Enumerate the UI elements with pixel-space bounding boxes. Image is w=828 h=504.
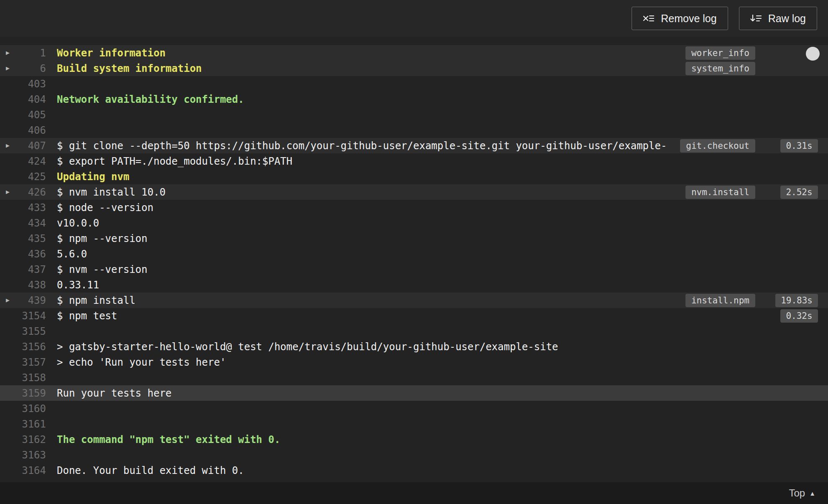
fold-toggle-icon[interactable]: ▶: [0, 138, 18, 153]
line-number[interactable]: 6: [18, 63, 46, 74]
log-line: ▶426$ nvm install 10.0nvm.install2.52s: [0, 184, 828, 200]
log-line: 403: [0, 76, 828, 92]
line-number[interactable]: 433: [18, 202, 46, 214]
line-number[interactable]: 1: [18, 47, 46, 59]
log-line: 4380.33.11: [0, 277, 828, 293]
log-line: 406: [0, 122, 828, 138]
log-line: 435$ npm --version: [0, 231, 828, 246]
line-number[interactable]: 425: [18, 171, 46, 183]
log-line: 434v10.0.0: [0, 215, 828, 231]
remove-log-icon: [643, 13, 655, 23]
line-number[interactable]: 435: [18, 233, 46, 244]
duration-badge: 0.31s: [780, 139, 818, 153]
line-text: Done. Your build exited with 0.: [57, 465, 818, 476]
duration-badge: 2.52s: [780, 186, 818, 199]
line-number[interactable]: 404: [18, 94, 46, 105]
log-line: 3158: [0, 370, 828, 385]
log-line: 3161: [0, 416, 828, 432]
line-text: $ npm install: [57, 295, 685, 306]
duration-col: 19.83s: [759, 294, 818, 307]
log-lines: ▶1Worker informationworker_info▶6Build s…: [0, 45, 828, 478]
log-line: 3155: [0, 323, 828, 339]
line-text: $ npm --version: [57, 233, 818, 244]
line-text: $ node --version: [57, 202, 818, 214]
line-text: Build system information: [57, 63, 685, 74]
raw-log-icon: [750, 13, 762, 23]
line-text: $ npm test: [57, 310, 755, 322]
scroll-indicator[interactable]: [806, 47, 820, 61]
line-number[interactable]: 3156: [18, 341, 46, 353]
log-line: 3159Run your tests here: [0, 385, 828, 401]
line-text: Network availability confirmed.: [57, 94, 818, 105]
fold-name-badge: nvm.install: [685, 186, 755, 199]
line-number[interactable]: 3155: [18, 326, 46, 337]
log-line: 433$ node --version: [0, 200, 828, 215]
line-number[interactable]: 426: [18, 186, 46, 198]
line-text: Run your tests here: [57, 387, 818, 399]
line-number[interactable]: 3161: [18, 418, 46, 430]
log-line: ▶439$ npm installinstall.npm19.83s: [0, 293, 828, 308]
line-number[interactable]: 406: [18, 125, 46, 136]
fold-toggle-icon[interactable]: ▶: [0, 61, 18, 76]
log-line: 424$ export PATH=./node_modules/.bin:$PA…: [0, 153, 828, 169]
log-line: ▶6Build system informationsystem_info: [0, 61, 828, 76]
log-line: 3154$ npm test0.32s: [0, 308, 828, 323]
fold-name-badge: git.checkout: [680, 139, 755, 153]
scroll-to-top-link[interactable]: Top ▲: [789, 487, 815, 499]
log-footer: Top ▲: [0, 482, 828, 504]
fold-toggle-icon[interactable]: ▶: [0, 45, 18, 61]
raw-log-button[interactable]: Raw log: [739, 7, 817, 30]
line-number[interactable]: 405: [18, 109, 46, 121]
line-text: The command "npm test" exited with 0.: [57, 434, 818, 445]
fold-toggle-icon[interactable]: ▶: [0, 184, 18, 200]
line-text: $ git clone --depth=50 https://github.co…: [57, 140, 680, 152]
log-line: 3162The command "npm test" exited with 0…: [0, 432, 828, 447]
line-text: 5.6.0: [57, 248, 818, 260]
log-line: 425Updating nvm: [0, 169, 828, 184]
line-number[interactable]: 403: [18, 78, 46, 90]
log-line: 3164Done. Your build exited with 0.: [0, 463, 828, 478]
line-text: 0.33.11: [57, 279, 818, 291]
line-text: Updating nvm: [57, 171, 818, 183]
log-line: ▶1Worker informationworker_info: [0, 45, 828, 61]
line-number[interactable]: 436: [18, 248, 46, 260]
line-number[interactable]: 3162: [18, 434, 46, 445]
duration-badge: 19.83s: [775, 294, 818, 307]
remove-log-label: Remove log: [661, 13, 716, 25]
line-number[interactable]: 3157: [18, 356, 46, 368]
build-log-page: Remove log Raw log ▶1Worker informationw…: [0, 0, 828, 504]
line-number[interactable]: 3159: [18, 387, 46, 399]
raw-log-label: Raw log: [768, 13, 806, 25]
line-text: > echo 'Run your tests here': [57, 356, 818, 368]
log-line: 405: [0, 107, 828, 122]
log-toolbar: Remove log Raw log: [0, 0, 828, 37]
line-text: > gatsby-starter-hello-world@ test /home…: [57, 341, 818, 353]
chevron-up-icon: ▲: [809, 490, 815, 497]
log-line: 3160: [0, 401, 828, 416]
fold-name-badge: system_info: [685, 62, 755, 75]
remove-log-button[interactable]: Remove log: [632, 7, 728, 30]
line-number[interactable]: 3158: [18, 372, 46, 384]
line-number[interactable]: 407: [18, 140, 46, 152]
line-number[interactable]: 434: [18, 217, 46, 229]
log-line: 437$ nvm --version: [0, 262, 828, 277]
line-text: v10.0.0: [57, 217, 818, 229]
line-number[interactable]: 3160: [18, 403, 46, 415]
line-number[interactable]: 424: [18, 155, 46, 167]
line-text: Worker information: [57, 47, 685, 59]
line-text: $ nvm --version: [57, 264, 818, 275]
log-line: 4365.6.0: [0, 246, 828, 262]
log-area: ▶1Worker informationworker_info▶6Build s…: [0, 37, 828, 482]
line-number[interactable]: 3164: [18, 465, 46, 476]
duration-col: 0.31s: [759, 139, 818, 153]
line-number[interactable]: 438: [18, 279, 46, 291]
line-text: $ export PATH=./node_modules/.bin:$PATH: [57, 155, 818, 167]
fold-name-badge: install.npm: [685, 294, 755, 307]
line-number[interactable]: 3163: [18, 449, 46, 461]
line-number[interactable]: 439: [18, 295, 46, 306]
log-line: 3163: [0, 447, 828, 463]
fold-toggle-icon[interactable]: ▶: [0, 293, 18, 308]
line-number[interactable]: 437: [18, 264, 46, 275]
line-number[interactable]: 3154: [18, 310, 46, 322]
log-line: 3156> gatsby-starter-hello-world@ test /…: [0, 339, 828, 354]
